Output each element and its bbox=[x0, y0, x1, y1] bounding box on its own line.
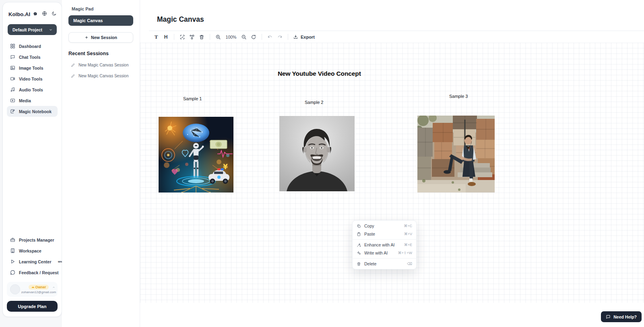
undo-icon bbox=[267, 34, 273, 40]
reset-view-button[interactable] bbox=[249, 32, 258, 42]
crown-icon bbox=[31, 286, 35, 289]
sidebar-item-media[interactable]: Media bbox=[7, 95, 58, 106]
sidebar-item-label: Workspace bbox=[19, 248, 41, 253]
need-help-label: Need Help? bbox=[613, 315, 637, 319]
context-menu-shortcut: ⌘+V bbox=[404, 232, 412, 236]
footer-nav: Projects Manager Workspace Learning Cent… bbox=[7, 234, 58, 278]
new-session-label: New Session bbox=[91, 35, 117, 40]
zoom-out-icon bbox=[241, 34, 247, 40]
avatar bbox=[10, 284, 20, 294]
sidebar-item-projects-manager[interactable]: Projects Manager bbox=[7, 234, 58, 245]
sparkles-icon bbox=[357, 251, 361, 255]
brain-logo-icon bbox=[33, 11, 37, 17]
sample-3-image[interactable] bbox=[417, 116, 495, 192]
redo-icon bbox=[277, 34, 283, 40]
briefcase-icon bbox=[10, 237, 15, 242]
page-title: Magic Canvas bbox=[157, 15, 204, 24]
moon-icon bbox=[52, 11, 57, 16]
building-icon bbox=[10, 248, 15, 253]
sample-1-image[interactable]: ¥ bbox=[159, 117, 233, 192]
new-session-button[interactable]: New Session bbox=[68, 32, 133, 43]
sidebar-item-label: Learning Center bbox=[19, 259, 52, 264]
recent-sessions-heading: Recent Sessions bbox=[68, 51, 133, 56]
need-help-button[interactable]: Need Help? bbox=[601, 311, 642, 322]
canvas-toolbar: T H 100% bbox=[149, 31, 644, 43]
session-item[interactable]: New Magic Canvas Session bbox=[68, 63, 133, 67]
ai-select-tool-button[interactable] bbox=[178, 32, 187, 42]
tab-magic-canvas[interactable]: Magic Canvas bbox=[68, 15, 133, 26]
toolbar-divider bbox=[262, 34, 262, 40]
undo-button[interactable] bbox=[265, 32, 275, 42]
flow-nodes-icon bbox=[189, 34, 195, 40]
zoom-in-icon bbox=[215, 34, 221, 40]
context-menu-label: Copy bbox=[364, 224, 400, 228]
pencil-icon bbox=[71, 63, 75, 67]
flow-tool-button[interactable] bbox=[187, 32, 197, 42]
zoom-in-button[interactable] bbox=[213, 32, 223, 42]
sidebar-item-video-tools[interactable]: Video Tools bbox=[7, 73, 58, 84]
canvas-heading-text[interactable]: New Youtube Video Concept bbox=[278, 70, 361, 77]
context-menu-item-paste[interactable]: Paste ⌘+V bbox=[353, 230, 416, 238]
sample-3-label[interactable]: Sample 3 bbox=[449, 94, 468, 99]
sidebar-item-label: Chat Tools bbox=[19, 55, 40, 60]
user-account-row[interactable]: Owner zoharvan12@gmail.com bbox=[7, 282, 58, 297]
language-globe-button[interactable] bbox=[41, 10, 47, 18]
sidebar-item-label: Image Tools bbox=[19, 66, 43, 70]
context-menu-divider bbox=[353, 239, 416, 240]
context-menu-divider bbox=[353, 258, 416, 259]
delete-tool-button[interactable] bbox=[197, 32, 206, 42]
sidebar-item-chat-tools[interactable]: Chat Tools bbox=[7, 52, 58, 62]
trash-icon bbox=[357, 262, 361, 266]
sidebar-item-label: Feedback / Request bbox=[19, 270, 59, 275]
notebook-pen-icon bbox=[10, 109, 15, 114]
video-icon bbox=[10, 76, 15, 81]
context-menu-label: Paste bbox=[364, 232, 401, 236]
sidebar-item-magic-notebook[interactable]: Magic Notebook bbox=[7, 106, 58, 117]
sample-2-label[interactable]: Sample 2 bbox=[305, 100, 323, 105]
dashboard-icon bbox=[10, 43, 15, 49]
heading-tool-button[interactable]: H bbox=[161, 32, 171, 42]
context-menu-shortcut: ⌘+⇧+W bbox=[398, 251, 412, 255]
magic-wand-icon bbox=[357, 243, 361, 247]
context-menu-item-enhance-with-ai[interactable]: Enhance with AI ⌘+E bbox=[353, 241, 416, 249]
user-email: zoharvan12@gmail.com bbox=[21, 290, 56, 294]
image-icon bbox=[10, 65, 15, 70]
sidebar-item-learning-center[interactable]: Learning Center 66% bbox=[7, 256, 58, 267]
session-item-label: New Magic Canvas Session bbox=[78, 74, 129, 78]
media-icon bbox=[10, 98, 15, 103]
project-selector[interactable]: Default Project bbox=[8, 24, 57, 35]
toolbar-divider bbox=[210, 34, 210, 40]
context-menu-item-delete[interactable]: Delete ⌫ bbox=[353, 260, 416, 268]
plus-icon bbox=[85, 35, 89, 39]
sidebar-item-image-tools[interactable]: Image Tools bbox=[7, 62, 58, 73]
main-nav: Dashboard Chat Tools Image Tools Video T… bbox=[7, 41, 58, 117]
zoom-out-button[interactable] bbox=[239, 32, 249, 42]
sidebar-item-audio-tools[interactable]: Audio Tools bbox=[7, 84, 58, 95]
context-menu-item-copy[interactable]: Copy ⌘+C bbox=[353, 222, 416, 230]
sidebar-spacer bbox=[7, 117, 58, 229]
dark-mode-button[interactable] bbox=[51, 10, 57, 18]
sidebar-item-dashboard[interactable]: Dashboard bbox=[7, 41, 58, 52]
export-button[interactable]: Export bbox=[293, 34, 315, 39]
chat-icon bbox=[10, 54, 15, 60]
chevron-up-icon bbox=[52, 286, 55, 289]
ai-select-icon bbox=[180, 34, 185, 40]
rotate-reset-icon bbox=[251, 34, 256, 40]
sample-1-label[interactable]: Sample 1 bbox=[183, 96, 202, 101]
tab-magic-pad[interactable]: Magic Pad bbox=[68, 6, 133, 15]
sidebar-item-workspace[interactable]: Workspace bbox=[7, 245, 58, 256]
sidebar-item-feedback[interactable]: Feedback / Request bbox=[7, 267, 58, 278]
help-chat-icon bbox=[606, 315, 611, 319]
brand-logo: Kolbo.AI bbox=[8, 11, 30, 17]
context-menu-item-write-with-ai[interactable]: Write with AI ⌘+⇧+W bbox=[353, 249, 416, 257]
redo-button[interactable] bbox=[275, 32, 285, 42]
owner-badge: Owner bbox=[29, 285, 49, 290]
sample-2-image[interactable] bbox=[279, 116, 355, 191]
session-item[interactable]: New Magic Canvas Session bbox=[68, 74, 133, 78]
text-tool-button[interactable]: T bbox=[151, 32, 161, 42]
context-menu-shortcut: ⌫ bbox=[407, 262, 412, 266]
upgrade-plan-button[interactable]: Upgrade Plan bbox=[7, 301, 58, 312]
heading-tool-glyph: H bbox=[164, 34, 168, 40]
trash-icon bbox=[199, 34, 204, 40]
zoom-level-value: 100% bbox=[225, 35, 237, 39]
